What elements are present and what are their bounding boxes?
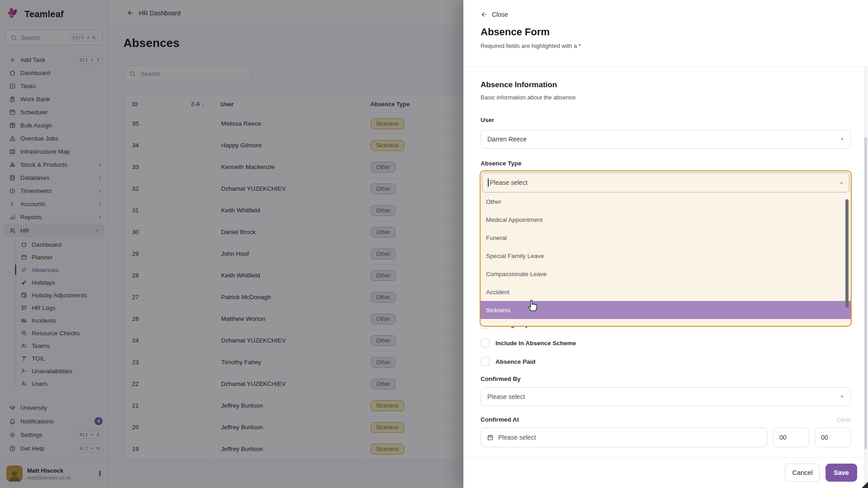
- confirmed-by-field-label: Confirmed By: [481, 375, 521, 382]
- panel-title: Absence Form: [481, 26, 550, 38]
- chevron-down-icon: ▼: [840, 137, 844, 141]
- panel-scrollbar[interactable]: [864, 67, 868, 488]
- mouse-cursor-hand: [527, 298, 538, 312]
- hours-input[interactable]: 00: [773, 427, 809, 447]
- back-arrow-icon: [481, 11, 488, 18]
- dropdown-option[interactable]: Maternity/Paternity: [481, 319, 851, 326]
- calendar-icon: [487, 434, 494, 441]
- text-caret: [488, 178, 489, 187]
- dropdown-option[interactable]: Other: [481, 192, 851, 211]
- dropdown-option[interactable]: Funeral: [481, 229, 851, 247]
- modal-dim-overlay[interactable]: [0, 0, 463, 488]
- close-panel-button[interactable]: Close: [481, 11, 508, 18]
- resize-grip-icon: [862, 482, 868, 488]
- clear-date-link[interactable]: Clear: [837, 416, 851, 423]
- cancel-button[interactable]: Cancel: [785, 464, 820, 482]
- dropdown-scrollbar-thumb[interactable]: [845, 199, 849, 308]
- absence-form-panel: Close Absence Form Required fields are h…: [463, 0, 868, 488]
- absence-type-field-label: Absence Type: [481, 160, 522, 167]
- chevron-down-icon: ▼: [840, 394, 844, 399]
- save-button[interactable]: Save: [826, 464, 857, 482]
- dropdown-option[interactable]: Special Family Leave: [481, 247, 851, 265]
- divider: [463, 66, 868, 67]
- date-picker-input[interactable]: Please select: [481, 427, 768, 447]
- panel-subtitle: Required fields are highlighted with a *: [481, 42, 581, 49]
- section-title: Absence Information: [481, 80, 557, 89]
- absence-paid-checkbox-row[interactable]: Absence Paid: [481, 354, 536, 369]
- minutes-input[interactable]: 00: [815, 427, 851, 447]
- dropdown-option[interactable]: Compassionate Leave: [481, 265, 851, 283]
- include-in-absence-scheme-checkbox-row[interactable]: Include In Absence Scheme: [481, 335, 576, 351]
- dropdown-option[interactable]: Medical Appointment: [481, 211, 851, 229]
- chevron-up-icon: ▲: [840, 180, 844, 185]
- confirmed-at-field-label: Confirmed At: [481, 416, 519, 423]
- user-field-label: User: [481, 117, 494, 123]
- checkbox[interactable]: [481, 357, 490, 366]
- confirmed-at-row: Please select 00 00: [481, 427, 851, 447]
- absence-type-select[interactable]: Please select ▲: [482, 173, 849, 192]
- user-select[interactable]: Darren Reece ▼: [481, 130, 851, 149]
- panel-scrollbar-thumb[interactable]: [864, 137, 867, 449]
- confirmed-by-select[interactable]: Please select ▼: [481, 387, 851, 406]
- divider: [463, 457, 868, 458]
- section-subtitle: Basic information about the absence: [481, 94, 576, 101]
- checkbox[interactable]: [481, 338, 490, 347]
